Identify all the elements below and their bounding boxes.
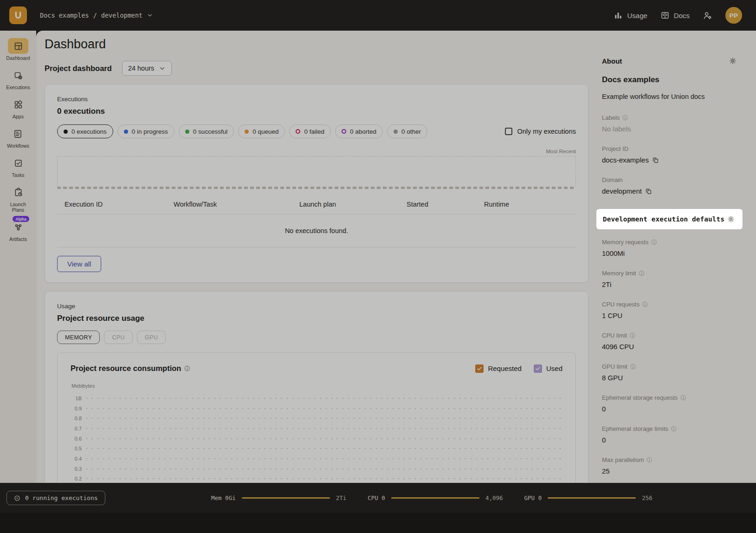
legend-requested[interactable]: Requested bbox=[475, 364, 522, 373]
sidebar-item-label: Artifacts bbox=[9, 236, 27, 242]
ephemeral-storage-requests-value: 0 bbox=[602, 405, 737, 413]
memory-requests-field: Memory requestsⓘ 1000Mi bbox=[602, 239, 737, 257]
info-icon: ⓘ bbox=[671, 426, 677, 432]
y-tick: 0.6 bbox=[71, 436, 86, 442]
sidebar-item-tasks[interactable]: Tasks bbox=[8, 155, 28, 178]
y-tick: 0.9 bbox=[71, 406, 86, 411]
gridline bbox=[86, 398, 562, 399]
project-id-value: docs-examples bbox=[602, 156, 649, 164]
gridline bbox=[86, 408, 562, 409]
legend-used[interactable]: Used bbox=[534, 364, 562, 373]
running-executions-pill[interactable]: 0 running executions bbox=[6, 491, 105, 505]
sidebar-item-dashboard[interactable]: Dashboard bbox=[6, 38, 30, 61]
filter-chip-queued[interactable]: 0 queued bbox=[238, 124, 285, 138]
gridline bbox=[86, 468, 562, 469]
breadcrumb-domain[interactable]: development bbox=[101, 12, 142, 19]
y-tick: 0.5 bbox=[71, 446, 86, 451]
y-tick: 0.7 bbox=[71, 426, 86, 431]
person-gear-icon bbox=[703, 11, 712, 20]
status-dot bbox=[342, 129, 346, 134]
memory-limit-value: 2Ti bbox=[602, 280, 737, 288]
cpu-meter-track bbox=[391, 497, 479, 499]
info-icon: ⓘ bbox=[639, 271, 645, 276]
status-dot bbox=[245, 130, 249, 134]
cpu-requests-field: CPU requestsⓘ 1 CPU bbox=[602, 301, 737, 319]
memory-limit-field: Memory limitⓘ 2Ti bbox=[602, 270, 737, 288]
avatar[interactable]: PP bbox=[725, 7, 742, 24]
docs-link-label: Docs bbox=[674, 12, 690, 20]
launch-plans-icon bbox=[8, 184, 28, 200]
sidebar-item-apps[interactable]: Apps bbox=[8, 97, 28, 119]
breadcrumb-project[interactable]: Docs examples bbox=[40, 12, 89, 19]
status-dot bbox=[296, 129, 300, 134]
tab-cpu[interactable]: CPU bbox=[104, 331, 133, 344]
only-my-executions-checkbox[interactable]: Only my executions bbox=[505, 128, 576, 135]
chevron-down-icon[interactable] bbox=[147, 12, 153, 19]
resource-meters: Mem 0Gi 2Ti CPU 0 4,096 GPU 0 256 bbox=[211, 483, 653, 513]
copy-domain-button[interactable] bbox=[645, 188, 652, 195]
domain-field: Domain development bbox=[602, 176, 737, 195]
tab-memory[interactable]: MEMORY bbox=[57, 331, 100, 344]
gear-icon bbox=[729, 57, 737, 65]
gridline bbox=[86, 478, 562, 479]
usage-card-label: Usage bbox=[57, 303, 576, 310]
checkbox-unchecked[interactable] bbox=[505, 128, 512, 135]
about-settings-button[interactable] bbox=[729, 57, 737, 65]
memory-requests-value: 1000Mi bbox=[602, 249, 737, 257]
topbar: Docs examples / development Usage Docs P… bbox=[0, 0, 756, 31]
docs-link[interactable]: Docs bbox=[660, 11, 690, 20]
sidebar-item-label: Dashboard bbox=[6, 55, 30, 61]
filter-chip-other[interactable]: 0 other bbox=[387, 124, 427, 138]
sidebar-item-label: Executions bbox=[6, 84, 30, 90]
gear-icon bbox=[727, 215, 735, 223]
y-tick: 1B bbox=[71, 396, 86, 401]
info-icon: ⓘ bbox=[184, 366, 190, 371]
sidebar-item-label: Launch Plans bbox=[4, 202, 32, 213]
sidebar-item-launch-plans[interactable]: Launch Plans bbox=[4, 184, 32, 213]
view-all-button[interactable]: View all bbox=[57, 256, 101, 272]
y-tick: 0.4 bbox=[71, 456, 86, 462]
sidebar-item-executions[interactable]: Executions bbox=[6, 67, 30, 90]
time-range-select[interactable]: 24 hours bbox=[122, 61, 172, 76]
cpu-limit-value: 4096 CPU bbox=[602, 343, 737, 351]
tab-gpu[interactable]: GPU bbox=[137, 331, 166, 344]
max-parallelism-field: Max parallelismⓘ 25 bbox=[602, 456, 737, 475]
info-icon: ⓘ bbox=[630, 364, 636, 370]
filter-chip-successful[interactable]: 0 successful bbox=[179, 124, 234, 138]
sidebar-item-label: Workflows bbox=[7, 143, 29, 149]
filter-chip-aborted[interactable]: 0 aborted bbox=[335, 124, 383, 138]
labels-field: Labelsⓘ No labels bbox=[602, 114, 737, 133]
filter-chip-in-progress[interactable]: 0 in progress bbox=[117, 124, 174, 138]
breadcrumb[interactable]: Docs examples / development bbox=[40, 12, 153, 19]
copy-project-id-button[interactable] bbox=[652, 156, 659, 163]
content-wrap: Dashboard Executions Apps Workflows bbox=[0, 31, 756, 483]
status-dot bbox=[394, 130, 398, 134]
info-icon: ⓘ bbox=[646, 457, 652, 463]
execution-defaults-header: Development execution defaults bbox=[596, 209, 743, 229]
gridline bbox=[86, 458, 562, 459]
most-recent-label: Most Recent bbox=[57, 149, 576, 154]
ephemeral-storage-limits-value: 0 bbox=[602, 436, 737, 444]
filter-chip-executions[interactable]: 0 executions bbox=[57, 124, 113, 138]
status-dot bbox=[64, 130, 68, 134]
topbar-actions: Usage Docs PP bbox=[614, 7, 742, 24]
admin-settings-button[interactable] bbox=[703, 11, 712, 20]
info-icon: ⓘ bbox=[642, 302, 648, 307]
execution-defaults-title: Development execution defaults bbox=[603, 215, 724, 223]
union-logo-icon bbox=[13, 10, 23, 20]
ephemeral-storage-requests-field: Ephemeral storage requestsⓘ 0 bbox=[602, 394, 737, 413]
usage-link[interactable]: Usage bbox=[614, 11, 647, 20]
filter-chip-failed[interactable]: 0 failed bbox=[289, 124, 331, 138]
apps-icon bbox=[8, 97, 28, 112]
content-panel: Dashboard Project dashboard 24 hours Exe… bbox=[36, 31, 756, 483]
checkbox-checked[interactable] bbox=[534, 364, 542, 373]
sidebar-item-workflows[interactable]: Workflows bbox=[7, 126, 29, 149]
checkbox-checked[interactable] bbox=[475, 364, 484, 373]
col-started: Started bbox=[407, 201, 484, 208]
check-icon bbox=[535, 366, 541, 371]
domain-value: development bbox=[602, 187, 642, 195]
union-logo[interactable] bbox=[9, 6, 27, 24]
execution-defaults-settings-button[interactable] bbox=[727, 215, 735, 223]
info-icon: ⓘ bbox=[680, 395, 686, 401]
sidebar-item-artifacts[interactable]: Alpha Artifacts bbox=[8, 219, 28, 242]
